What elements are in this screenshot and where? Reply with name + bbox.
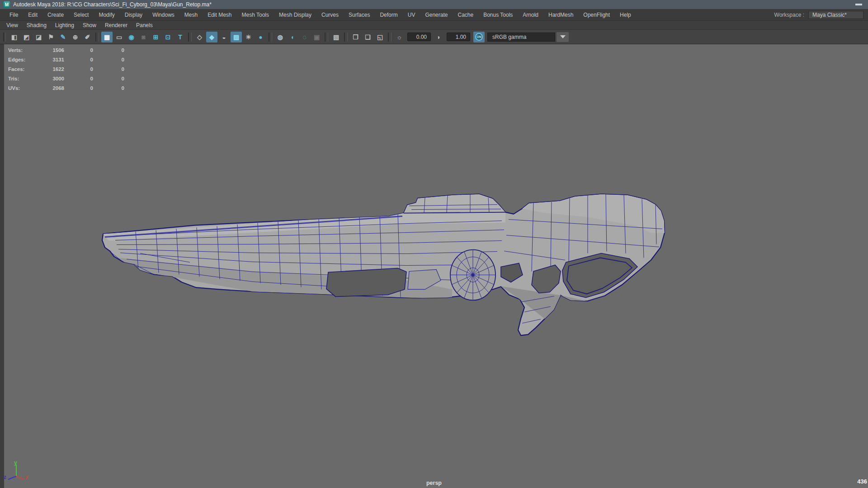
workspace-switcher: Workspace : Maya Classic* [774,11,863,19]
x-ray-icon[interactable]: ❐ [350,32,361,42]
disc-hub [450,250,495,300]
menu-item-file[interactable]: File [5,9,23,20]
shaded-icon[interactable]: ◆ [206,32,217,42]
toolbar-divider [388,33,392,42]
motion-blur-icon[interactable]: ◖ [287,32,298,42]
main-menu-bar: FileEditCreateSelectModifyDisplayWindows… [0,9,868,21]
wireframe-on-shaded-icon[interactable]: ◒ [218,32,230,42]
bookmark-icon[interactable]: ⚑ [45,32,57,42]
panel-toolbar: ◧◩◪⚑✎⊕✐▦▭◉◙⊞⊡T◇◆◒▨☀●◍◖◌▣▧❐❏◱ ☼ 0.00 ◗ 1.… [0,30,868,44]
panel-menu-item-lighting[interactable]: Lighting [55,22,74,28]
menu-item-hardmesh[interactable]: HardMesh [543,9,578,20]
exposure-input[interactable]: 0.00 [407,33,431,41]
use-all-lights-icon[interactable]: ☀ [243,32,254,42]
field-chart-icon[interactable]: ⊞ [150,32,161,42]
anti-aliasing-icon[interactable]: ◌ [299,32,310,42]
panel-menu-item-show[interactable]: Show [83,22,96,28]
menu-item-deform[interactable]: Deform [375,9,402,20]
depth-of-field-icon[interactable]: ▣ [311,32,322,42]
toolbar-drag-handle[interactable] [3,33,6,42]
menu-item-select[interactable]: Select [69,9,94,20]
menu-item-modify[interactable]: Modify [94,9,119,20]
menu-item-edit[interactable]: Edit [23,9,42,20]
textured-icon[interactable]: ▨ [231,32,242,42]
gate-mask-icon[interactable]: ◙ [138,32,149,42]
shadows-icon[interactable]: ● [255,32,266,42]
menu-item-curves[interactable]: Curves [316,9,344,20]
isolate-select-icon[interactable]: ▧ [330,32,342,42]
axis-x-line [16,476,24,479]
menu-item-display[interactable]: Display [120,9,147,20]
panel-menu-item-renderer[interactable]: Renderer [105,22,127,28]
resolution-gate-icon[interactable]: ◉ [126,32,137,42]
x-ray-joints-icon[interactable]: ❏ [362,32,373,42]
lock-camera-icon[interactable]: ◩ [21,32,32,42]
panel-menu-item-shading[interactable]: Shading [27,22,47,28]
hud-row: Tris: 3000 0 0 [8,75,124,83]
screen-space-ao-icon[interactable]: ◍ [274,32,286,42]
hud-row: Faces: 1622 0 0 [8,66,124,73]
toolbar-divider [95,33,99,42]
color-management-toggle[interactable]: on [473,32,485,42]
viewport-persp[interactable]: Verts: 1506 0 0 Edges: 3131 0 0 Faces: 1… [0,44,868,488]
2d-pan-zoom-icon[interactable]: ⊕ [70,32,81,42]
menu-item-mesh[interactable]: Mesh [179,9,203,20]
menu-item-mesh-display[interactable]: Mesh Display [274,9,316,20]
menu-item-edit-mesh[interactable]: Edit Mesh [203,9,236,20]
menu-item-openflight[interactable]: OpenFlight [578,9,615,20]
toolbar-icons: ◧◩◪⚑✎⊕✐▦▭◉◙⊞⊡T◇◆◒▨☀●◍◖◌▣▧❐❏◱ [8,32,393,42]
colorspace-control: sRGB gamma [487,32,569,42]
on-toggle-icon: on [475,33,483,41]
window-title: Autodesk Maya 2018: R:\CG Characters\Sci… [13,1,212,8]
minimize-button[interactable] [853,1,864,8]
image-plane-icon[interactable]: ✎ [57,32,69,42]
workspace-dropdown[interactable]: Maya Classic* [808,11,863,19]
menu-item-windows[interactable]: Windows [147,9,179,20]
main-menu: FileEditCreateSelectModifyDisplayWindows… [5,9,636,20]
contrast-gamma-icon[interactable]: ◗ [433,32,444,42]
axis-z-label: z [4,474,6,480]
menu-item-uv[interactable]: UV [403,9,420,20]
greased-pencil-icon[interactable]: ✐ [82,32,93,42]
hud-row: Verts: 1506 0 0 [8,47,124,54]
poly-count-hud: Verts: 1506 0 0 Edges: 3131 0 0 Faces: 1… [8,47,124,94]
minimize-icon [855,4,862,5]
hud-row: UVs: 2068 0 0 [8,84,124,92]
panel-menu-item-panels[interactable]: Panels [136,22,153,28]
frame-indicator: 436 [857,478,867,485]
chevron-down-icon [560,35,566,38]
film-gate-icon[interactable]: ▭ [113,32,125,42]
panel-menu: ViewShadingLightingShowRendererPanels [6,22,161,28]
exposure-icon[interactable]: ☼ [394,32,405,42]
exposure-view-icon[interactable]: ◱ [374,32,386,42]
camera-attributes-icon[interactable]: ◪ [33,32,44,42]
menu-item-surfaces[interactable]: Surfaces [344,9,375,20]
menu-item-mesh-tools[interactable]: Mesh Tools [237,9,274,20]
toolbar-divider [344,33,348,42]
safe-action-icon[interactable]: ⊡ [162,32,174,42]
maya-logo-icon: M [4,1,10,8]
menu-item-generate[interactable]: Generate [420,9,453,20]
camera-name-label: persp [0,480,868,486]
menu-item-cache[interactable]: Cache [453,9,478,20]
gamma-input[interactable]: 1.00 [447,33,470,41]
wireframe-icon[interactable]: ◇ [194,32,205,42]
toolbar-divider [269,33,272,42]
panel-menu-item-view[interactable]: View [6,22,18,28]
menu-item-create[interactable]: Create [42,9,69,20]
safe-title-icon[interactable]: T [175,32,186,42]
toolbar-divider [188,33,192,42]
menu-item-bonus-tools[interactable]: Bonus Tools [478,9,518,20]
model-wireframe-gun[interactable] [0,44,868,488]
axis-gizmo: y z x [3,459,30,483]
panel-menu-bar: ViewShadingLightingShowRendererPanels [0,21,868,30]
grid-icon[interactable]: ▦ [101,32,113,42]
axis-z-line [8,476,16,479]
toolbar-divider [325,33,328,42]
menu-item-arnold[interactable]: Arnold [518,9,543,20]
viewport-left-border [0,44,4,488]
colorspace-dropdown-button[interactable] [557,32,569,42]
select-camera-icon[interactable]: ◧ [9,32,20,42]
colorspace-dropdown[interactable]: sRGB gamma [487,33,555,42]
menu-item-help[interactable]: Help [615,9,636,20]
